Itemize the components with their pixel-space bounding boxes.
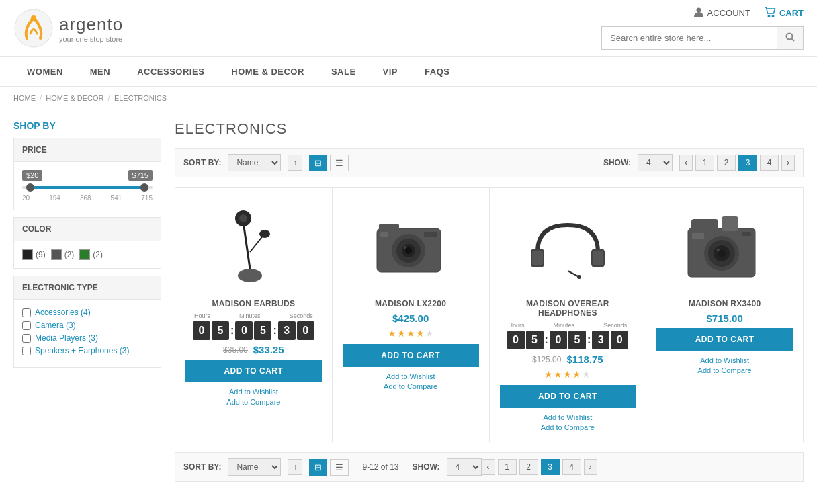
sort-direction-button[interactable]: ↑	[288, 155, 302, 171]
bottom-page-1-button[interactable]: 1	[498, 459, 517, 475]
svg-rect-31	[691, 219, 718, 231]
svg-point-5	[787, 34, 793, 40]
bottom-sort-select[interactable]: Name Price Newest	[228, 458, 281, 476]
account-link[interactable]: ACCOUNT	[693, 7, 750, 19]
color-filter: COLOR (9) (2) (2)	[13, 217, 161, 269]
wishlist-link-earbuds[interactable]: Add to Wishlist	[229, 388, 278, 396]
breadcrumb-home[interactable]: HOME	[13, 94, 36, 102]
show-select[interactable]: 4 8 12	[638, 154, 673, 171]
product-name-earbuds: MADISON EARBUDS	[212, 299, 295, 308]
color-filter-content: (9) (2) (2)	[14, 241, 161, 268]
filter-speakers-earphones-link[interactable]: Speakers + Earphones (3)	[35, 346, 129, 355]
timer-m1-headphones: 0	[550, 331, 567, 349]
filter-camera-checkbox[interactable]	[22, 321, 31, 330]
color-swatch-black[interactable]: (9)	[22, 249, 46, 260]
bottom-prev-page-button[interactable]: ‹	[482, 459, 495, 475]
color-filter-title: COLOR	[14, 218, 161, 241]
price-slider-fill	[29, 186, 146, 189]
filter-accessories-link[interactable]: Accessories (4)	[35, 308, 91, 317]
compare-link-earbuds[interactable]: Add to Compare	[226, 398, 280, 406]
price-slider-handle-left[interactable]	[26, 183, 34, 192]
bottom-sort-direction-button[interactable]: ↑	[288, 459, 302, 475]
sort-select[interactable]: Name Price Newest	[228, 154, 281, 171]
compare-link-lx2200[interactable]: Add to Compare	[384, 382, 437, 390]
add-to-cart-rx3400[interactable]: ADD TO CART	[656, 328, 793, 351]
prev-page-button[interactable]: ‹	[679, 155, 693, 171]
timer-minutes-1-earbuds: 0	[235, 321, 253, 340]
logo[interactable]: argento your one stop store	[13, 8, 123, 48]
nav-item-home-decor[interactable]: HOME & DECOR	[218, 57, 318, 86]
grid-view-button[interactable]: ⊞	[309, 155, 327, 171]
nav-item-women[interactable]: WOMEN	[13, 57, 77, 86]
wishlist-link-rx3400[interactable]: Add to Wishlist	[700, 356, 749, 364]
nav-item-accessories[interactable]: ACCESSORIES	[124, 57, 218, 86]
price-original-headphones: $125.00	[532, 355, 561, 364]
filter-media-players-link[interactable]: Media Players (3)	[35, 333, 98, 343]
search-icon	[785, 34, 795, 44]
timer-minutes-2-earbuds: 5	[254, 321, 271, 340]
product-name-headphones: MADISON OVEREAR HEADPHONES	[500, 299, 636, 318]
wishlist-link-headphones[interactable]: Add to Wishlist	[543, 413, 592, 421]
bottom-pagination: ‹ 1 2 3 4 ›	[482, 459, 597, 475]
color-swatch-darkgray[interactable]: (2)	[51, 249, 75, 260]
camera-svg	[367, 202, 454, 289]
filter-media-players: Media Players (3)	[22, 333, 153, 343]
wishlist-link-lx2200[interactable]: Add to Wishlist	[386, 372, 435, 380]
product-name-lx2200: MADISON LX2200	[375, 299, 446, 308]
color-swatch-green-box	[79, 249, 90, 260]
bottom-list-view-button[interactable]: ☰	[330, 459, 349, 476]
price-filter-content: $20 $715 20 194 368 541 715	[14, 162, 161, 210]
stars-lx2200: ★ ★ ★ ★ ★	[388, 328, 434, 339]
price-slider-handle-right[interactable]	[140, 183, 148, 192]
bottom-toolbar: SORT BY: Name Price Newest ↑ ⊞ ☰ 9-12 of…	[175, 452, 804, 482]
nav-item-vip[interactable]: VIP	[370, 57, 411, 86]
bottom-page-4-button[interactable]: 4	[562, 459, 581, 475]
page-4-button[interactable]: 4	[760, 155, 779, 171]
bottom-grid-view-button[interactable]: ⊞	[309, 459, 327, 476]
next-page-button[interactable]: ›	[781, 155, 795, 171]
filter-camera-link[interactable]: Camera (3)	[35, 321, 76, 330]
timer-hours-1-earbuds: 0	[193, 321, 210, 340]
svg-point-20	[404, 246, 406, 249]
earbuds-svg	[213, 202, 294, 289]
add-to-cart-earbuds[interactable]: ADD TO CART	[185, 360, 322, 382]
page-2-button[interactable]: 2	[717, 155, 736, 171]
account-label: ACCOUNT	[707, 8, 750, 18]
bottom-page-3-button[interactable]: 3	[541, 459, 560, 475]
search-button[interactable]	[777, 27, 803, 49]
color-swatch-green[interactable]: (2)	[79, 249, 103, 260]
add-to-cart-lx2200[interactable]: ADD TO CART	[343, 344, 479, 367]
price-slider-track[interactable]	[22, 186, 153, 189]
list-view-button[interactable]: ☰	[330, 155, 349, 171]
compare-link-headphones[interactable]: Add to Compare	[541, 423, 595, 431]
svg-line-27	[568, 271, 578, 276]
nav-item-faqs[interactable]: FAQS	[411, 57, 463, 86]
header-right: ACCOUNT CART	[601, 7, 804, 50]
filter-accessories-checkbox[interactable]	[22, 308, 31, 317]
headphones-svg	[524, 202, 611, 289]
timer-labels-headphones: Hours Minutes Seconds	[507, 322, 629, 329]
cart-icon	[764, 7, 776, 19]
filter-media-players-checkbox[interactable]	[22, 334, 31, 343]
page-1-button[interactable]: 1	[695, 155, 714, 171]
bottom-page-2-button[interactable]: 2	[519, 459, 538, 475]
compare-link-rx3400[interactable]: Add to Compare	[698, 366, 752, 374]
filter-speakers-earphones-checkbox[interactable]	[22, 347, 31, 355]
sort-label: SORT BY:	[183, 158, 221, 167]
nav-item-sale[interactable]: SALE	[318, 57, 370, 86]
product-grid: MADISON EARBUDS Hours Minutes Seconds 0 …	[175, 187, 804, 442]
search-input[interactable]	[602, 28, 777, 48]
bottom-show-select[interactable]: 4 8 12	[447, 458, 482, 476]
add-to-cart-headphones[interactable]: ADD TO CART	[500, 385, 636, 408]
bottom-next-page-button[interactable]: ›	[584, 459, 597, 475]
nav-item-men[interactable]: MEN	[77, 57, 124, 86]
price-max: $715	[128, 170, 153, 181]
product-links-lx2200: Add to Wishlist Add to Compare	[384, 372, 437, 390]
price-filter-title: PRICE	[14, 138, 161, 162]
breadcrumb-home-decor[interactable]: HOME & DECOR	[46, 94, 103, 102]
page-3-button[interactable]: 3	[738, 155, 757, 171]
breadcrumb-electronics[interactable]: ELECTRONICS	[114, 94, 167, 102]
cart-link[interactable]: CART	[764, 7, 804, 19]
filter-camera: Camera (3)	[22, 321, 153, 330]
logo-icon	[13, 8, 54, 48]
